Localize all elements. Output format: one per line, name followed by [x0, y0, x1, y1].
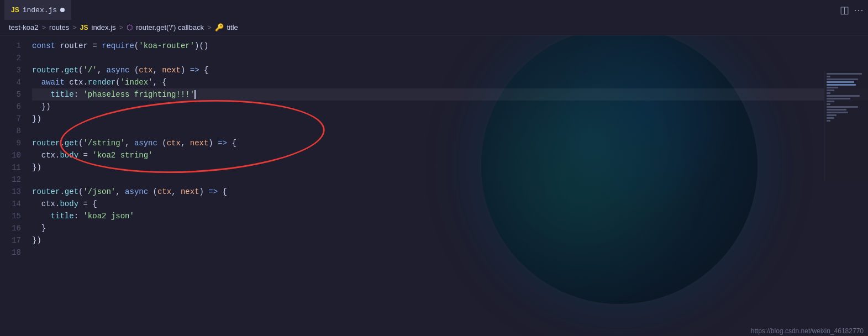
code-line-16: }: [32, 222, 868, 234]
breadcrumb-sep-3: >: [119, 23, 124, 32]
code-line-11: }): [32, 161, 868, 174]
breadcrumb-folder-routes[interactable]: routes: [49, 23, 69, 32]
minimap: [824, 71, 868, 181]
breadcrumb-file-indexjs[interactable]: index.js: [92, 23, 116, 32]
breadcrumb-router-icon: ⬡: [127, 23, 133, 32]
split-editor-button[interactable]: ◫: [840, 4, 849, 16]
tab-actions: ◫ ⋯: [840, 4, 864, 16]
unsaved-dot: [60, 8, 65, 12]
tab-bar: JS index.js ◫ ⋯: [0, 0, 868, 20]
code-line-14: ctx.body = {: [32, 198, 868, 210]
code-line-3: router.get('/', async (ctx, next) => {: [32, 64, 868, 76]
code-line-15: title: 'koa2 json': [32, 210, 868, 222]
breadcrumb-sep-1: >: [41, 23, 46, 32]
line-numbers: 1 2 3 4 5 6 7 8 9 10 11 12 13 14 15 16 1…: [0, 35, 28, 336]
code-line-18: [32, 246, 868, 259]
breadcrumb-symbol-title[interactable]: title: [227, 23, 238, 32]
code-line-6: }): [32, 101, 868, 113]
code-line-12: [32, 174, 868, 186]
code-line-8: [32, 125, 868, 137]
tab-index-js[interactable]: JS index.js: [4, 0, 71, 20]
code-content[interactable]: const router = require('koa-router')() r…: [28, 35, 868, 336]
breadcrumb-sep-2: >: [72, 23, 77, 32]
breadcrumb-folder-testkoa2[interactable]: test-koa2: [9, 23, 38, 32]
breadcrumb-sep-4: >: [207, 23, 212, 32]
code-line-17: }): [32, 234, 868, 246]
breadcrumb-js-badge: JS: [80, 24, 88, 32]
code-line-10: ctx.body = 'koa2 string': [32, 149, 868, 161]
js-language-badge: JS: [11, 6, 19, 14]
code-line-4: await ctx.render('index', {: [32, 76, 868, 88]
code-line-2: [32, 52, 868, 64]
more-actions-button[interactable]: ⋯: [854, 4, 864, 16]
breadcrumb-symbol-router[interactable]: router.get('/') callback: [136, 23, 204, 32]
code-line-13: router.get('/json', async (ctx, next) =>…: [32, 186, 868, 198]
code-line-7: }): [32, 113, 868, 125]
tab-filename: index.js: [23, 6, 57, 14]
code-editor-area[interactable]: 1 2 3 4 5 6 7 8 9 10 11 12 13 14 15 16 1…: [0, 35, 868, 336]
code-line-5: title: 'phaseless frighting!!!': [32, 88, 868, 101]
code-line-9: router.get('/string', async (ctx, next) …: [32, 137, 868, 149]
breadcrumb: test-koa2 > routes > JS index.js > ⬡ rou…: [0, 20, 868, 35]
editor-container: JS index.js ◫ ⋯ test-koa2 > routes > JS …: [0, 0, 868, 336]
code-line-1: const router = require('koa-router')(): [32, 40, 868, 52]
breadcrumb-key-icon: 🔑: [215, 23, 224, 32]
